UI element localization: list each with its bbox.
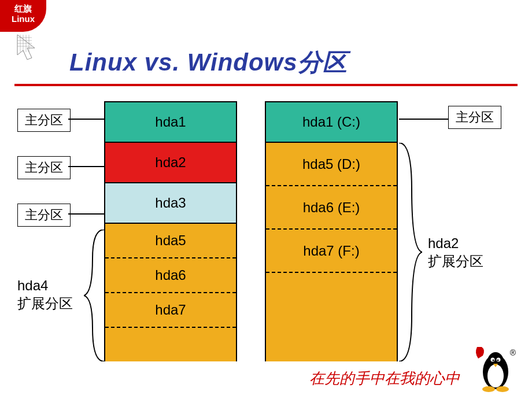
ext-name: hda4	[17, 278, 48, 293]
linux-disk: hda1 hda2 hda3 hda5 hda6 hda7	[104, 101, 237, 361]
win-hda6: hda6 (E:)	[266, 186, 397, 230]
ext-desc: 扩展分区	[17, 296, 73, 311]
logo-text-2: Linux	[0, 14, 46, 24]
ext-name-win: hda2	[428, 235, 459, 251]
title-underline	[14, 84, 518, 86]
label-win-extended: hda2 扩展分区	[428, 234, 483, 271]
connector	[68, 213, 104, 215]
linux-extended: hda5 hda6 hda7	[105, 224, 236, 361]
win-hda5: hda5 (D:)	[266, 143, 397, 186]
win-hda1: hda1 (C:)	[266, 102, 397, 143]
linux-hda2: hda2	[105, 143, 236, 183]
label-primary-win: 主分区	[448, 106, 501, 129]
win-hda7: hda7 (F:)	[266, 230, 397, 273]
win-extended: hda5 (D:) hda6 (E:) hda7 (F:)	[266, 143, 397, 361]
ext-desc-win: 扩展分区	[428, 254, 483, 269]
connector	[68, 119, 104, 120]
linux-hda6: hda6	[105, 258, 236, 293]
brand-logo: 红旗 Linux	[0, 0, 52, 64]
bracket-left	[84, 230, 106, 361]
label-linux-extended: hda4 扩展分区	[17, 276, 73, 313]
flag-badge: 红旗 Linux	[0, 0, 46, 32]
windows-disk: hda1 (C:) hda5 (D:) hda6 (E:) hda7 (F:)	[265, 101, 398, 361]
label-primary-2: 主分区	[17, 156, 71, 179]
svg-point-11	[487, 364, 504, 387]
partition-diagram: 主分区 主分区 主分区 hda4 扩展分区 hda1 hda2 hda3 hda…	[0, 101, 532, 379]
connector	[399, 119, 448, 120]
bracket-right	[399, 143, 422, 361]
connector	[68, 166, 104, 167]
footer-slogan: 在先的手中在我的心中	[309, 368, 460, 389]
linux-hda5: hda5	[105, 224, 236, 258]
linux-hda1: hda1	[105, 102, 236, 143]
page-title: Linux vs. Windows分区	[69, 46, 348, 79]
linux-hda7: hda7	[105, 293, 236, 328]
logo-text-1: 红旗	[0, 3, 46, 14]
cursor-icon	[14, 32, 43, 64]
label-primary-1: 主分区	[17, 109, 71, 132]
svg-point-15	[497, 360, 499, 361]
svg-point-18	[496, 386, 509, 392]
svg-point-17	[482, 386, 495, 392]
penguin-icon	[471, 344, 515, 393]
svg-point-14	[493, 360, 494, 361]
linux-hda3: hda3	[105, 183, 236, 224]
label-primary-3: 主分区	[17, 204, 71, 227]
